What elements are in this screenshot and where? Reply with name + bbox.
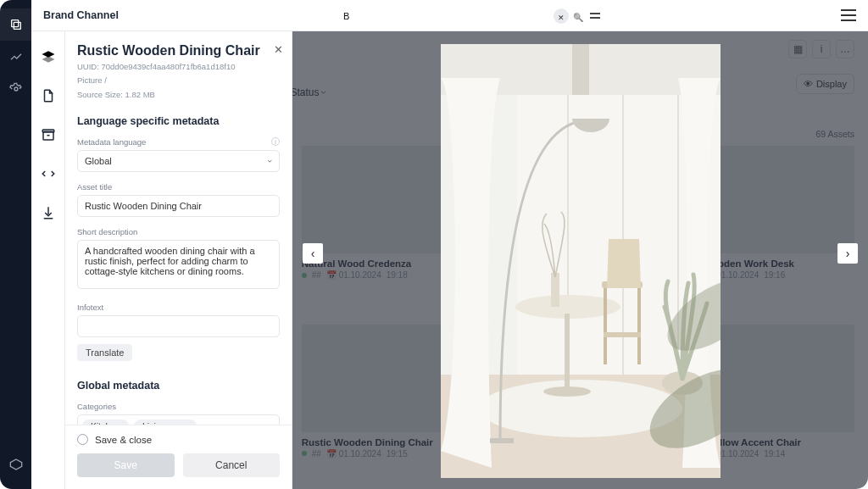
- svg-rect-1: [14, 22, 20, 29]
- label-categories: Categories: [77, 402, 280, 411]
- svg-rect-20: [565, 314, 570, 390]
- asset-uuid: UUID: 70dd0e9439cf4aa480f71fb6a1d18f10: [77, 61, 280, 72]
- save-and-close-radio[interactable]: [77, 434, 88, 445]
- lightbox-preview: [441, 44, 721, 478]
- chevron-down-icon: [269, 156, 272, 166]
- asset-title-heading: Rustic Wooden Dining Chair: [77, 43, 280, 58]
- brand-title: Brand Channel: [43, 9, 119, 21]
- label-metadata-language: Metadata languagei: [77, 137, 280, 147]
- nav-analytics-icon[interactable]: [0, 41, 31, 73]
- tool-download-icon[interactable]: [31, 196, 65, 230]
- categories-tags[interactable]: KitchenLiving room: [77, 414, 280, 425]
- panel-close-button[interactable]: ✕: [274, 43, 283, 56]
- close-icon: [558, 8, 565, 24]
- info-icon[interactable]: i: [271, 137, 280, 146]
- tool-file-icon[interactable]: [31, 79, 65, 113]
- tool-column: [31, 31, 65, 489]
- svg-rect-0: [11, 20, 18, 27]
- cancel-button[interactable]: Cancel: [183, 453, 281, 477]
- svg-rect-25: [637, 288, 641, 364]
- asset-title-input[interactable]: [77, 195, 280, 217]
- label-short-description: Short description: [77, 227, 280, 236]
- short-description-input[interactable]: [77, 240, 280, 289]
- translate-button[interactable]: Translate: [77, 344, 132, 361]
- nav-library-icon[interactable]: [0, 8, 31, 41]
- search-submit-button[interactable]: [570, 8, 586, 24]
- sliders-icon: [590, 11, 600, 21]
- search-icon: [573, 8, 583, 24]
- infotext-input[interactable]: [77, 315, 280, 337]
- svg-rect-18: [490, 438, 514, 443]
- tool-layers-icon[interactable]: [31, 40, 65, 74]
- svg-rect-11: [572, 44, 589, 95]
- topbar: Brand Channel: [31, 0, 868, 31]
- preview-image: [441, 44, 721, 478]
- section-language-metadata: Language specific metadata: [77, 115, 280, 127]
- nav-rail: [0, 0, 31, 489]
- lightbox-next-button[interactable]: ›: [837, 243, 858, 264]
- search-clear-button[interactable]: [554, 8, 569, 24]
- search-filters-button[interactable]: [587, 8, 603, 24]
- metadata-panel: ✕ Rustic Wooden Dining Chair UUID: 70dd0…: [65, 31, 292, 489]
- svg-marker-3: [10, 459, 21, 470]
- tool-code-icon[interactable]: [31, 157, 65, 191]
- menu-button[interactable]: [841, 9, 856, 21]
- section-global-metadata: Global metadata: [77, 380, 280, 392]
- svg-rect-26: [604, 332, 641, 337]
- nav-settings-icon[interactable]: [0, 73, 31, 105]
- svg-marker-5: [42, 56, 54, 63]
- label-asset-title: Asset title: [77, 182, 280, 192]
- nav-help-icon[interactable]: [0, 448, 31, 481]
- label-infotext: Infotext: [77, 303, 280, 312]
- save-and-close-label: Save & close: [95, 435, 152, 445]
- svg-point-2: [14, 87, 18, 91]
- search-input[interactable]: [342, 8, 552, 25]
- save-button[interactable]: Save: [77, 453, 175, 477]
- svg-rect-24: [604, 288, 607, 364]
- svg-point-21: [543, 386, 591, 397]
- tool-archive-icon[interactable]: [31, 118, 65, 152]
- svg-rect-22: [551, 273, 559, 307]
- asset-size: Source Size: 1.82 MB: [77, 89, 280, 100]
- lightbox-prev-button[interactable]: ‹: [303, 243, 323, 264]
- asset-type: Picture /: [77, 75, 280, 86]
- metadata-language-select[interactable]: Global: [77, 150, 280, 172]
